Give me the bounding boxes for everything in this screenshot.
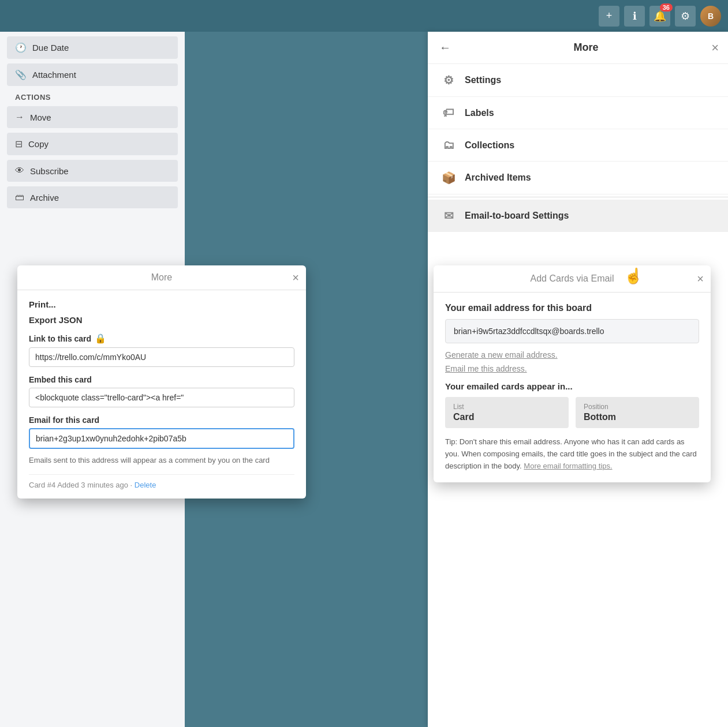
modal-body: Print... Export JSON Link to this card 🔒…	[17, 290, 306, 499]
right-title: More	[456, 42, 716, 54]
appear-in-row: List Card Position Bottom	[445, 397, 699, 428]
sidebar-section: 🕐 Due Date 📎 Attachment Actions → Move ⊟…	[0, 32, 185, 218]
generate-email-link[interactable]: Generate a new email address.	[445, 350, 699, 359]
due-date-label: Due Date	[32, 43, 69, 53]
archive-item[interactable]: 🗃 Archive	[7, 186, 178, 208]
position-label: Position	[584, 403, 691, 411]
subscribe-item[interactable]: 👁 Subscribe	[7, 160, 178, 182]
labels-icon: 🏷	[442, 106, 456, 119]
notification-button[interactable]: 🔔 36	[649, 6, 670, 27]
collections-menu-item[interactable]: 🗂 Collections	[428, 129, 728, 162]
modal-footer: Card #4 Added 3 minutes ago · Delete	[29, 474, 294, 489]
menu-divider	[428, 197, 728, 197]
appear-in-title: Your emailed cards appear in...	[445, 381, 699, 391]
avatar[interactable]: B	[700, 6, 721, 27]
arrow-icon: →	[15, 112, 24, 122]
embed-input[interactable]	[29, 388, 294, 407]
paperclip-icon: 📎	[15, 69, 27, 80]
back-button[interactable]: ←	[439, 41, 456, 54]
attachment-label: Attachment	[32, 70, 76, 80]
delete-link[interactable]: Delete	[135, 481, 156, 489]
email-popup-close-button[interactable]: ×	[697, 272, 704, 286]
settings-button[interactable]: ⚙	[675, 6, 696, 27]
collections-icon: 🗂	[442, 138, 456, 152]
board-email-title: Your email address for this board	[445, 303, 699, 313]
due-date-item[interactable]: 🕐 Due Date	[7, 36, 178, 59]
archived-items-label: Archived Items	[465, 173, 531, 183]
email-popup-body: Your email address for this board brian+…	[434, 293, 711, 482]
modal-close-button[interactable]: ×	[292, 272, 299, 283]
email-me-link[interactable]: Email me this address.	[445, 364, 699, 373]
subscribe-label: Subscribe	[30, 166, 69, 176]
copy-icon: ⊟	[15, 138, 23, 149]
lock-icon: 🔒	[95, 333, 106, 344]
archive-icon: 🗃	[15, 192, 24, 203]
archive-label: Archive	[30, 193, 59, 203]
email-field-label: Email for this card	[29, 415, 294, 425]
notification-badge: 36	[660, 3, 673, 12]
attachment-item[interactable]: 📎 Attachment	[7, 63, 178, 86]
board-email-address[interactable]: brian+i9w5rtaz3ddfccdltsqx@boards.trello	[445, 319, 699, 343]
email-popup-title: Add Cards via Email	[531, 273, 614, 284]
position-box[interactable]: Position Bottom	[576, 397, 699, 428]
list-label: List	[453, 403, 561, 411]
modal-title: More	[151, 272, 172, 283]
right-close-button[interactable]: ×	[711, 40, 719, 55]
archived-icon: 📦	[442, 171, 456, 185]
avatar-initials: B	[700, 6, 721, 27]
link-input[interactable]	[29, 347, 294, 367]
topbar: + ℹ 🔔 36 ⚙ B	[0, 0, 728, 32]
right-header: ← More ×	[428, 32, 728, 64]
card-info-text: Card #4 Added 3 minutes ago ·	[29, 481, 135, 489]
labels-menu-item[interactable]: 🏷 Labels	[428, 97, 728, 129]
collections-label: Collections	[465, 140, 514, 151]
modal-header: More ×	[17, 265, 306, 290]
email-popup-header: Add Cards via Email ×	[434, 265, 711, 293]
print-link[interactable]: Print...	[29, 299, 294, 309]
clock-icon: 🕐	[15, 42, 27, 53]
email-board-label: Email-to-board Settings	[465, 211, 569, 221]
export-json-link[interactable]: Export JSON	[29, 315, 294, 325]
copy-label: Copy	[28, 139, 48, 149]
email-board-menu-item[interactable]: ✉ Email-to-board Settings	[428, 200, 728, 232]
move-item[interactable]: → Move	[7, 106, 178, 128]
move-label: Move	[30, 113, 51, 122]
more-tips-link[interactable]: More email formatting tips.	[524, 462, 612, 470]
more-modal: More × Print... Export JSON Link to this…	[17, 265, 306, 499]
list-value: Card	[453, 412, 561, 422]
actions-section-label: Actions	[15, 93, 178, 102]
embed-field-label: Embed this card	[29, 375, 294, 384]
eye-icon: 👁	[15, 166, 24, 176]
link-field-label: Link to this card 🔒	[29, 333, 294, 344]
add-button[interactable]: +	[599, 6, 619, 27]
labels-label: Labels	[465, 108, 494, 118]
settings-menu-item[interactable]: ⚙ Settings	[428, 64, 728, 97]
archived-items-menu-item[interactable]: 📦 Archived Items	[428, 162, 728, 194]
copy-item[interactable]: ⊟ Copy	[7, 133, 178, 155]
tip-text: Tip: Don't share this email address. Any…	[445, 436, 699, 472]
position-value: Bottom	[584, 412, 691, 422]
info-button[interactable]: ℹ	[624, 6, 645, 27]
email-board-icon: ✉	[442, 209, 456, 223]
email-hint-text: Emails sent to this address will appear …	[29, 455, 294, 466]
settings-icon: ⚙	[442, 73, 456, 87]
email-popup: Add Cards via Email × Your email address…	[434, 265, 711, 482]
list-box[interactable]: List Card	[445, 397, 569, 428]
email-card-input[interactable]	[29, 428, 294, 449]
settings-label: Settings	[465, 75, 501, 85]
